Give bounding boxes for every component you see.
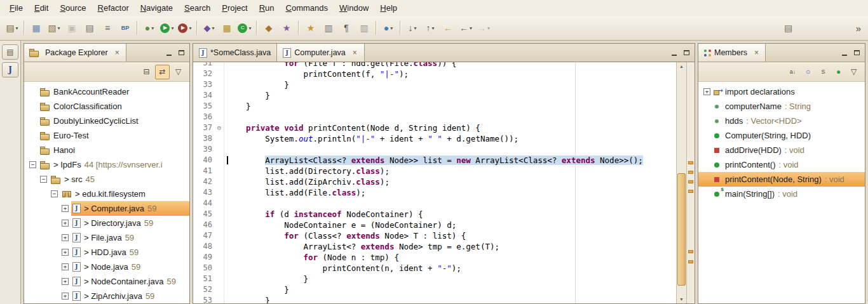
annotation-mark[interactable] — [688, 260, 693, 263]
code-line[interactable]: 47 for (Class<? extends Node> T : list) … — [193, 230, 676, 241]
new-java-package-button[interactable]: ▦ — [218, 20, 236, 36]
debug-button[interactable]: ●▾ — [140, 20, 158, 36]
hide-non-public-members-button[interactable]: ● — [832, 65, 845, 79]
code-line[interactable]: 36 — [193, 112, 676, 122]
collapse-all-button[interactable]: ⊟ — [140, 65, 153, 79]
hide-fields-button[interactable]: ○ — [801, 65, 815, 79]
code-line[interactable]: 45 if (d instanceof NodeContainer) { — [193, 209, 676, 220]
new-java-class-button[interactable]: C▾ — [236, 20, 254, 36]
open-resource-button[interactable]: ▧▾ — [45, 20, 63, 36]
view-menu-button[interactable]: ▽ — [172, 65, 185, 79]
minimize-button[interactable] — [839, 48, 850, 58]
maximize-button[interactable] — [851, 48, 862, 58]
menu-window[interactable]: Window — [334, 1, 374, 15]
previous-annotation-button[interactable]: ↑▾ — [421, 20, 439, 36]
forward-button[interactable]: →▾ — [475, 20, 492, 36]
code-line[interactable]: 32 printContent(f, "|-"); — [193, 69, 676, 79]
code-line[interactable]: 38 System.out.println("|-" + ident + " "… — [193, 133, 676, 144]
export-jar-button[interactable]: ◆ — [260, 20, 278, 36]
show-whitespace-button[interactable]: ¶ — [337, 20, 355, 36]
run-button[interactable]: ▶▾ — [158, 20, 176, 36]
tree-item[interactable]: −> IpdFs44 [https://svnserver.i — [24, 157, 189, 172]
tree-item[interactable]: +> Node.java59 — [24, 260, 189, 274]
tree-item[interactable]: +> NodeContainer.java59 — [24, 274, 189, 289]
print-button[interactable]: ▤ — [81, 20, 98, 36]
menu-project[interactable]: Project — [216, 1, 253, 15]
member-item[interactable]: printContent(Node, String) : void — [698, 172, 865, 187]
annotation-mark[interactable] — [688, 250, 693, 253]
fast-view-java-button[interactable]: J — [2, 62, 18, 77]
collapse-icon[interactable]: − — [51, 190, 58, 197]
hide-static-members-button[interactable]: S — [817, 65, 830, 79]
editor-body[interactable]: 31 for (File f : hdd.get(File.class)) {3… — [193, 62, 695, 303]
code-line[interactable]: 31 for (File f : hdd.get(File.class)) { — [193, 62, 676, 69]
new-wizard-button[interactable]: ▤▾ — [3, 20, 21, 36]
annotation-mark[interactable] — [688, 180, 693, 183]
fold-marker-icon[interactable]: ⊖ — [215, 122, 224, 133]
expand-icon[interactable]: + — [62, 293, 69, 300]
pin-editor-button[interactable]: ▤ — [780, 20, 797, 36]
code-line[interactable]: 33 } — [193, 79, 676, 90]
last-edit-location-button[interactable]: ← — [439, 20, 457, 36]
code-line[interactable]: 52 } — [193, 284, 676, 295]
close-icon[interactable]: × — [753, 48, 760, 57]
code-line[interactable]: 46 NodeContainer e = (NodeContainer) d; — [193, 220, 676, 230]
show-selected-element-only-button[interactable]: ▥ — [355, 20, 373, 36]
member-item[interactable]: Computer(String, HDD) — [698, 128, 865, 143]
tree-item[interactable]: Hanoi — [24, 143, 189, 157]
open-task-button[interactable]: ▦ — [27, 20, 45, 36]
member-item[interactable]: +import declarations — [698, 84, 865, 99]
menu-refactor[interactable]: Refactor — [92, 1, 135, 15]
minimize-button[interactable] — [163, 48, 174, 58]
editor-vertical-scrollbar[interactable]: ▲ ▼ — [676, 62, 686, 303]
sort-members-button[interactable]: a↓ — [786, 65, 799, 79]
tree-item[interactable]: BankAccountReader — [24, 84, 189, 99]
annotation-mark[interactable] — [688, 171, 693, 174]
fast-view-restore-button[interactable]: ▤ — [2, 44, 18, 60]
new-java-project-button[interactable]: ◆▾ — [200, 20, 218, 36]
tree-item[interactable]: Euro-Test — [24, 128, 189, 143]
expand-icon[interactable]: + — [62, 234, 69, 241]
menu-commands[interactable]: Commands — [280, 1, 334, 15]
members-tab[interactable]: Members × — [698, 44, 766, 62]
annotation-mark[interactable] — [688, 190, 693, 193]
tree-item[interactable]: +> ZipArchiv.java59 — [24, 289, 189, 303]
expand-icon[interactable]: + — [62, 263, 69, 270]
run-external-tools-button[interactable]: ▶▾ — [176, 20, 194, 36]
tree-item[interactable]: +> HDD.java59 — [24, 245, 189, 260]
expand-icon[interactable]: + — [62, 205, 69, 212]
code-line[interactable]: 35 } — [193, 101, 676, 112]
close-icon[interactable]: × — [351, 48, 358, 57]
overview-ruler[interactable] — [686, 62, 695, 303]
next-annotation-button[interactable]: ↓▾ — [403, 20, 421, 36]
menu-navigate[interactable]: Navigate — [135, 1, 179, 15]
code-pane[interactable]: 31 for (File f : hdd.get(File.class)) {3… — [193, 62, 676, 303]
tree-item[interactable]: +> File.java59 — [24, 230, 189, 245]
package-explorer-tab[interactable]: Package Explorer × — [24, 44, 126, 62]
save-button[interactable]: ▣ — [63, 20, 81, 36]
skip-breakpoints-button[interactable]: BP — [116, 20, 134, 36]
scroll-up-icon[interactable]: ▲ — [677, 62, 686, 70]
open-web-browser-button[interactable]: ●▾ — [379, 20, 397, 36]
expand-icon[interactable]: + — [62, 278, 69, 285]
member-item[interactable]: addDrive(HDD) : void — [698, 143, 865, 157]
menu-edit[interactable]: Edit — [29, 1, 54, 15]
member-item[interactable]: computerName : String — [698, 99, 865, 114]
code-line[interactable]: 50 printContent(n, ident + "-"); — [193, 263, 676, 274]
editor-tab-computerjava[interactable]: Computer.java× — [277, 44, 365, 62]
tree-item[interactable]: +> Directory.java59 — [24, 216, 189, 230]
scroll-down-icon[interactable]: ▼ — [677, 295, 686, 303]
tree-item[interactable]: +> Computer.java59 — [24, 201, 189, 216]
expand-icon[interactable]: + — [703, 88, 710, 95]
code-line[interactable]: 43 list.add(File.class); — [193, 187, 676, 198]
member-item[interactable]: hdds : Vector<HDD> — [698, 114, 865, 128]
expand-icon[interactable]: + — [62, 220, 69, 227]
code-line[interactable]: 40 ArrayList<Class<? extends Node>> list… — [193, 155, 676, 166]
code-line[interactable]: 44 — [193, 198, 676, 209]
annotation-mark[interactable] — [688, 161, 693, 164]
member-item[interactable]: main(String[]) : void — [698, 187, 865, 201]
generate-javadoc-button[interactable]: ★ — [278, 20, 295, 36]
search-button[interactable]: ★ — [302, 20, 320, 36]
code-line[interactable]: 42 list.add(ZipArchiv.class); — [193, 176, 676, 187]
collapse-icon[interactable]: − — [29, 161, 36, 168]
